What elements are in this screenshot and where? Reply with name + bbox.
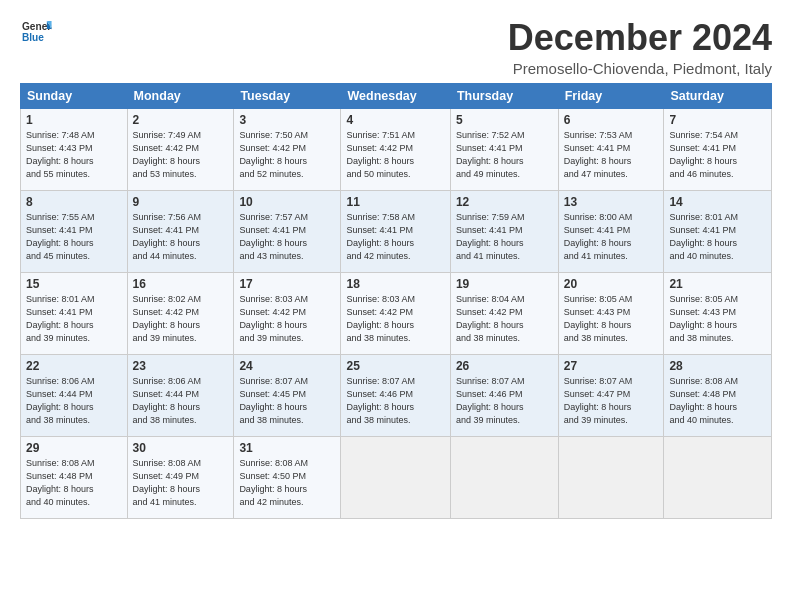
day-info: Sunrise: 8:01 AM Sunset: 4:41 PM Dayligh… xyxy=(669,211,766,263)
day-number: 19 xyxy=(456,277,553,291)
day-number: 13 xyxy=(564,195,659,209)
calendar-day-cell: 10Sunrise: 7:57 AM Sunset: 4:41 PM Dayli… xyxy=(234,190,341,272)
day-info: Sunrise: 7:53 AM Sunset: 4:41 PM Dayligh… xyxy=(564,129,659,181)
day-number: 29 xyxy=(26,441,122,455)
day-number: 24 xyxy=(239,359,335,373)
day-info: Sunrise: 7:49 AM Sunset: 4:42 PM Dayligh… xyxy=(133,129,229,181)
calendar-week-row: 29Sunrise: 8:08 AM Sunset: 4:48 PM Dayli… xyxy=(21,436,772,518)
day-number: 26 xyxy=(456,359,553,373)
day-info: Sunrise: 8:04 AM Sunset: 4:42 PM Dayligh… xyxy=(456,293,553,345)
day-number: 22 xyxy=(26,359,122,373)
calendar-week-row: 8Sunrise: 7:55 AM Sunset: 4:41 PM Daylig… xyxy=(21,190,772,272)
calendar-day-cell: 1Sunrise: 7:48 AM Sunset: 4:43 PM Daylig… xyxy=(21,108,128,190)
day-info: Sunrise: 8:08 AM Sunset: 4:49 PM Dayligh… xyxy=(133,457,229,509)
calendar-week-row: 22Sunrise: 8:06 AM Sunset: 4:44 PM Dayli… xyxy=(21,354,772,436)
day-info: Sunrise: 8:07 AM Sunset: 4:46 PM Dayligh… xyxy=(346,375,444,427)
calendar-day-cell: 29Sunrise: 8:08 AM Sunset: 4:48 PM Dayli… xyxy=(21,436,128,518)
day-number: 2 xyxy=(133,113,229,127)
calendar-table: SundayMondayTuesdayWednesdayThursdayFrid… xyxy=(20,83,772,519)
location-subtitle: Premosello-Chiovenda, Piedmont, Italy xyxy=(508,60,772,77)
calendar-day-cell: 23Sunrise: 8:06 AM Sunset: 4:44 PM Dayli… xyxy=(127,354,234,436)
calendar-header-saturday: Saturday xyxy=(664,83,772,108)
day-info: Sunrise: 7:54 AM Sunset: 4:41 PM Dayligh… xyxy=(669,129,766,181)
day-number: 4 xyxy=(346,113,444,127)
day-number: 28 xyxy=(669,359,766,373)
calendar-day-cell: 13Sunrise: 8:00 AM Sunset: 4:41 PM Dayli… xyxy=(558,190,664,272)
calendar-day-cell: 2Sunrise: 7:49 AM Sunset: 4:42 PM Daylig… xyxy=(127,108,234,190)
day-info: Sunrise: 7:58 AM Sunset: 4:41 PM Dayligh… xyxy=(346,211,444,263)
day-info: Sunrise: 8:07 AM Sunset: 4:46 PM Dayligh… xyxy=(456,375,553,427)
day-info: Sunrise: 8:01 AM Sunset: 4:41 PM Dayligh… xyxy=(26,293,122,345)
day-info: Sunrise: 7:55 AM Sunset: 4:41 PM Dayligh… xyxy=(26,211,122,263)
day-number: 7 xyxy=(669,113,766,127)
day-number: 17 xyxy=(239,277,335,291)
calendar-day-cell: 14Sunrise: 8:01 AM Sunset: 4:41 PM Dayli… xyxy=(664,190,772,272)
calendar-day-cell: 30Sunrise: 8:08 AM Sunset: 4:49 PM Dayli… xyxy=(127,436,234,518)
day-number: 30 xyxy=(133,441,229,455)
logo-icon: General Blue xyxy=(20,18,52,46)
day-number: 12 xyxy=(456,195,553,209)
day-info: Sunrise: 7:52 AM Sunset: 4:41 PM Dayligh… xyxy=(456,129,553,181)
title-block: December 2024 Premosello-Chiovenda, Pied… xyxy=(508,18,772,77)
day-number: 8 xyxy=(26,195,122,209)
calendar-day-cell xyxy=(664,436,772,518)
calendar-header-thursday: Thursday xyxy=(450,83,558,108)
calendar-day-cell: 11Sunrise: 7:58 AM Sunset: 4:41 PM Dayli… xyxy=(341,190,450,272)
calendar-day-cell: 6Sunrise: 7:53 AM Sunset: 4:41 PM Daylig… xyxy=(558,108,664,190)
calendar-day-cell: 19Sunrise: 8:04 AM Sunset: 4:42 PM Dayli… xyxy=(450,272,558,354)
day-info: Sunrise: 7:48 AM Sunset: 4:43 PM Dayligh… xyxy=(26,129,122,181)
day-number: 14 xyxy=(669,195,766,209)
day-number: 1 xyxy=(26,113,122,127)
calendar-day-cell: 27Sunrise: 8:07 AM Sunset: 4:47 PM Dayli… xyxy=(558,354,664,436)
calendar-header-row: SundayMondayTuesdayWednesdayThursdayFrid… xyxy=(21,83,772,108)
calendar-header-friday: Friday xyxy=(558,83,664,108)
calendar-day-cell: 3Sunrise: 7:50 AM Sunset: 4:42 PM Daylig… xyxy=(234,108,341,190)
day-number: 31 xyxy=(239,441,335,455)
day-number: 18 xyxy=(346,277,444,291)
calendar-day-cell: 28Sunrise: 8:08 AM Sunset: 4:48 PM Dayli… xyxy=(664,354,772,436)
calendar-day-cell: 17Sunrise: 8:03 AM Sunset: 4:42 PM Dayli… xyxy=(234,272,341,354)
calendar-day-cell: 21Sunrise: 8:05 AM Sunset: 4:43 PM Dayli… xyxy=(664,272,772,354)
calendar-day-cell xyxy=(558,436,664,518)
calendar-day-cell: 12Sunrise: 7:59 AM Sunset: 4:41 PM Dayli… xyxy=(450,190,558,272)
day-number: 27 xyxy=(564,359,659,373)
day-number: 10 xyxy=(239,195,335,209)
calendar-day-cell: 26Sunrise: 8:07 AM Sunset: 4:46 PM Dayli… xyxy=(450,354,558,436)
day-info: Sunrise: 8:08 AM Sunset: 4:50 PM Dayligh… xyxy=(239,457,335,509)
calendar-week-row: 1Sunrise: 7:48 AM Sunset: 4:43 PM Daylig… xyxy=(21,108,772,190)
day-number: 9 xyxy=(133,195,229,209)
calendar-header-wednesday: Wednesday xyxy=(341,83,450,108)
day-number: 5 xyxy=(456,113,553,127)
header: General Blue December 2024 Premosello-Ch… xyxy=(20,18,772,77)
calendar-day-cell xyxy=(450,436,558,518)
calendar-day-cell: 25Sunrise: 8:07 AM Sunset: 4:46 PM Dayli… xyxy=(341,354,450,436)
day-info: Sunrise: 8:03 AM Sunset: 4:42 PM Dayligh… xyxy=(239,293,335,345)
calendar-day-cell: 5Sunrise: 7:52 AM Sunset: 4:41 PM Daylig… xyxy=(450,108,558,190)
calendar-day-cell: 20Sunrise: 8:05 AM Sunset: 4:43 PM Dayli… xyxy=(558,272,664,354)
calendar-header-tuesday: Tuesday xyxy=(234,83,341,108)
day-info: Sunrise: 8:05 AM Sunset: 4:43 PM Dayligh… xyxy=(669,293,766,345)
calendar-day-cell: 15Sunrise: 8:01 AM Sunset: 4:41 PM Dayli… xyxy=(21,272,128,354)
day-info: Sunrise: 7:56 AM Sunset: 4:41 PM Dayligh… xyxy=(133,211,229,263)
calendar-header-monday: Monday xyxy=(127,83,234,108)
day-number: 3 xyxy=(239,113,335,127)
day-number: 21 xyxy=(669,277,766,291)
day-info: Sunrise: 7:50 AM Sunset: 4:42 PM Dayligh… xyxy=(239,129,335,181)
day-info: Sunrise: 8:07 AM Sunset: 4:47 PM Dayligh… xyxy=(564,375,659,427)
day-number: 16 xyxy=(133,277,229,291)
calendar-day-cell: 18Sunrise: 8:03 AM Sunset: 4:42 PM Dayli… xyxy=(341,272,450,354)
day-info: Sunrise: 8:03 AM Sunset: 4:42 PM Dayligh… xyxy=(346,293,444,345)
logo: General Blue xyxy=(20,18,52,46)
calendar-day-cell xyxy=(341,436,450,518)
day-number: 25 xyxy=(346,359,444,373)
day-number: 11 xyxy=(346,195,444,209)
day-info: Sunrise: 7:57 AM Sunset: 4:41 PM Dayligh… xyxy=(239,211,335,263)
svg-text:Blue: Blue xyxy=(22,32,44,43)
calendar-day-cell: 9Sunrise: 7:56 AM Sunset: 4:41 PM Daylig… xyxy=(127,190,234,272)
day-number: 23 xyxy=(133,359,229,373)
day-info: Sunrise: 8:07 AM Sunset: 4:45 PM Dayligh… xyxy=(239,375,335,427)
calendar-day-cell: 24Sunrise: 8:07 AM Sunset: 4:45 PM Dayli… xyxy=(234,354,341,436)
calendar-body: 1Sunrise: 7:48 AM Sunset: 4:43 PM Daylig… xyxy=(21,108,772,518)
calendar-week-row: 15Sunrise: 8:01 AM Sunset: 4:41 PM Dayli… xyxy=(21,272,772,354)
day-info: Sunrise: 8:06 AM Sunset: 4:44 PM Dayligh… xyxy=(133,375,229,427)
